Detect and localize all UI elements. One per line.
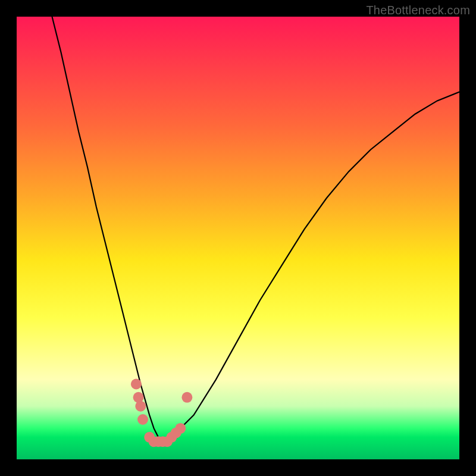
watermark-text: TheBottleneck.com <box>366 4 470 17</box>
chart-svg <box>17 17 459 459</box>
plot-area <box>17 17 459 459</box>
marker-dot <box>137 414 148 425</box>
bottleneck-curve <box>52 17 460 441</box>
marker-cluster <box>131 379 193 447</box>
curve-layer <box>52 17 460 441</box>
marker-dot <box>181 392 192 403</box>
marker-dot <box>135 401 146 412</box>
marker-dot <box>131 379 142 390</box>
marker-dot <box>175 423 186 434</box>
outer-frame: TheBottleneck.com <box>0 0 476 476</box>
